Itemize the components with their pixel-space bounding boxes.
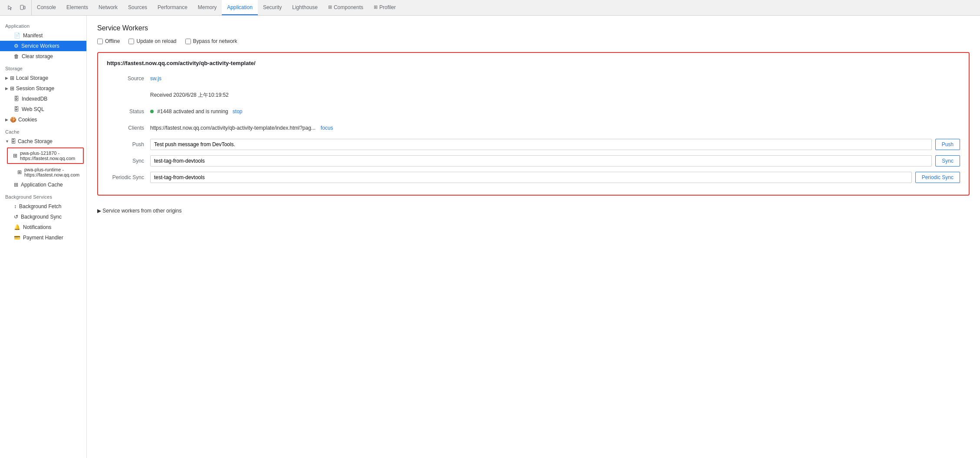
sw-url: https://fastest.now.qq.com/activity/qb-a… <box>107 60 960 66</box>
sw-periodic-sync-input-row: Periodic Sync <box>150 172 960 183</box>
offline-checkbox[interactable] <box>97 39 103 44</box>
sidebar-item-background-fetch[interactable]: ↕ Background Fetch <box>0 201 86 212</box>
tab-performance[interactable]: Performance <box>152 0 193 15</box>
sw-received-value: Received 2020/6/28 上午10:19:52 <box>150 92 960 99</box>
sw-sync-input-row: Sync <box>150 155 960 167</box>
sw-status-row: Status #1448 activated and is running st… <box>107 105 960 118</box>
clear-storage-icon: 🗑 <box>14 53 19 59</box>
sidebar-item-manifest[interactable]: 📄 Manifest <box>0 30 86 41</box>
sidebar-item-cache-storage[interactable]: ▼ 🗄 Cache Storage <box>0 136 86 147</box>
sidebar-item-pwa-plus-runtime[interactable]: ⊞ pwa-plus-runtime - https://fastest.now… <box>0 165 86 180</box>
sw-focus-link[interactable]: focus <box>321 125 333 131</box>
sidebar: Application 📄 Manifest ⚙ Service Workers… <box>0 16 87 458</box>
sw-push-input[interactable] <box>150 139 932 150</box>
tab-network[interactable]: Network <box>93 0 123 15</box>
pwa-plus-121870-icon: ⊞ <box>13 153 17 159</box>
tab-profiler-label: Profiler <box>379 4 396 10</box>
sw-status-value: #1448 activated and is running stop <box>150 108 960 114</box>
tab-performance-label: Performance <box>158 4 187 10</box>
sidebar-item-web-sql-label: Web SQL <box>22 106 44 112</box>
status-dot-icon <box>150 110 154 113</box>
tab-components[interactable]: ⊞ Components <box>323 0 368 15</box>
sw-clients-row: Clients https://fastest.now.qq.com/activ… <box>107 122 960 134</box>
sidebar-item-application-cache[interactable]: ⊞ Application Cache <box>0 180 86 190</box>
sidebar-item-indexeddb-label: IndexedDB <box>22 96 47 102</box>
sw-push-button[interactable]: Push <box>935 139 960 150</box>
indexeddb-icon: 🗄 <box>14 96 19 102</box>
tab-memory[interactable]: Memory <box>193 0 222 15</box>
tab-bar: Console Elements Network Sources Perform… <box>0 0 980 16</box>
sidebar-item-local-storage[interactable]: ▶ ⊞ Local Storage <box>0 73 86 83</box>
tab-security-label: Security <box>263 4 282 10</box>
tab-console-label: Console <box>37 4 56 10</box>
update-on-reload-checkbox[interactable] <box>128 39 134 44</box>
tab-lighthouse[interactable]: Lighthouse <box>287 0 323 15</box>
sidebar-item-background-fetch-label: Background Fetch <box>19 203 61 209</box>
sw-stop-link[interactable]: stop <box>233 108 243 114</box>
background-sync-icon: ↺ <box>14 214 18 220</box>
update-on-reload-label: Update on reload <box>136 38 176 44</box>
sidebar-item-service-workers[interactable]: ⚙ Service Workers <box>0 41 86 51</box>
service-worker-card: https://fastest.now.qq.com/activity/qb-a… <box>97 52 970 196</box>
local-storage-icon: ⊞ <box>10 75 14 81</box>
sidebar-item-pwa-plus-121870[interactable]: ⊞ pwa-plus-121870 - https://fastest.now.… <box>8 148 83 163</box>
sw-periodic-sync-input[interactable] <box>150 172 912 183</box>
sw-push-label: Push <box>107 141 150 147</box>
pwa-plus-runtime-icon: ⊞ <box>17 169 22 175</box>
section-application: Application <box>0 19 86 30</box>
bypass-for-network-checkbox-label[interactable]: Bypass for network <box>185 38 237 44</box>
device-toolbar-icon[interactable] <box>17 3 28 13</box>
cache-storage-arrow: ▼ <box>5 139 9 144</box>
sidebar-item-local-storage-label: Local Storage <box>16 75 48 81</box>
sw-status-text: #1448 activated and is running <box>157 108 228 114</box>
sidebar-item-web-sql[interactable]: 🗄 Web SQL <box>0 104 86 114</box>
service-workers-icon: ⚙ <box>14 43 19 49</box>
sw-source-link[interactable]: sw.js <box>150 75 161 82</box>
sw-clients-url: https://fastest.now.qq.com/activity/qb-a… <box>150 125 316 131</box>
sidebar-item-notifications-label: Notifications <box>23 224 51 230</box>
sw-clients-value: https://fastest.now.qq.com/activity/qb-a… <box>150 125 960 131</box>
sw-sync-input[interactable] <box>150 155 932 167</box>
tab-elements[interactable]: Elements <box>61 0 93 15</box>
sidebar-item-session-storage[interactable]: ▶ ⊞ Session Storage <box>0 83 86 94</box>
sw-received-row: Received 2020/6/28 上午10:19:52 <box>107 89 960 101</box>
tab-sources[interactable]: Sources <box>123 0 152 15</box>
section-storage: Storage <box>0 62 86 73</box>
sidebar-item-clear-storage[interactable]: 🗑 Clear storage <box>0 51 86 62</box>
content-area: Service Workers Offline Update on reload… <box>87 16 980 458</box>
sidebar-item-notifications[interactable]: 🔔 Notifications <box>0 222 86 232</box>
tab-security[interactable]: Security <box>258 0 287 15</box>
application-cache-icon: ⊞ <box>14 182 18 188</box>
tab-application-label: Application <box>227 4 253 10</box>
cursor-icon[interactable] <box>5 3 16 13</box>
sidebar-item-background-sync[interactable]: ↺ Background Sync <box>0 212 86 222</box>
local-storage-arrow: ▶ <box>5 76 8 80</box>
cookies-arrow: ▶ <box>5 118 8 122</box>
page-title: Service Workers <box>97 24 970 32</box>
sw-push-input-row: Push <box>150 139 960 150</box>
tab-elements-label: Elements <box>66 4 88 10</box>
bypass-for-network-checkbox[interactable] <box>185 39 191 44</box>
tab-console[interactable]: Console <box>32 0 61 15</box>
sidebar-item-payment-handler[interactable]: 💳 Payment Handler <box>0 232 86 243</box>
offline-checkbox-label[interactable]: Offline <box>97 38 120 44</box>
sidebar-item-manifest-label: Manifest <box>23 33 43 39</box>
sidebar-item-cookies[interactable]: ▶ 🍪 Cookies <box>0 114 86 125</box>
sw-clients-label: Clients <box>107 125 150 131</box>
sw-periodic-sync-button[interactable]: Periodic Sync <box>915 172 960 183</box>
sidebar-item-cache-storage-label: Cache Storage <box>18 138 53 144</box>
svg-rect-1 <box>24 6 25 9</box>
sidebar-item-indexeddb[interactable]: 🗄 IndexedDB <box>0 94 86 104</box>
manifest-icon: 📄 <box>14 33 20 39</box>
sw-push-row: Push Push <box>107 138 960 150</box>
sw-sync-row: Sync Sync <box>107 155 960 167</box>
tab-application[interactable]: Application <box>222 0 258 15</box>
update-on-reload-checkbox-label[interactable]: Update on reload <box>128 38 176 44</box>
options-row: Offline Update on reload Bypass for netw… <box>97 38 970 44</box>
session-storage-arrow: ▶ <box>5 86 8 91</box>
other-origins-row[interactable]: ▶ Service workers from other origins <box>97 204 970 217</box>
sw-sync-button[interactable]: Sync <box>935 155 960 167</box>
tab-profiler[interactable]: ⊞ Profiler <box>368 0 401 15</box>
web-sql-icon: 🗄 <box>14 106 19 112</box>
payment-handler-icon: 💳 <box>14 235 20 241</box>
